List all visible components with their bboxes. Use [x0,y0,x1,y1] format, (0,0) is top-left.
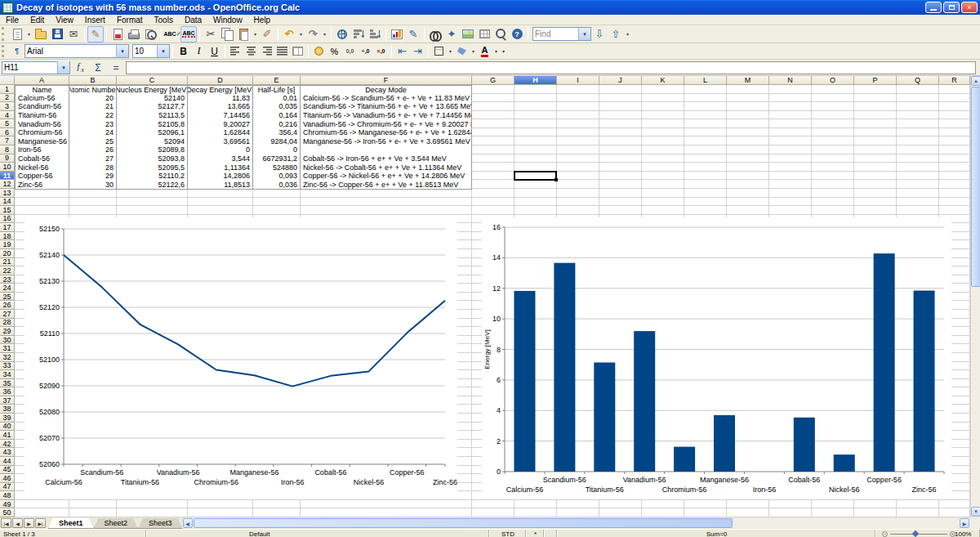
row-header-9[interactable]: 9 [0,154,15,163]
page-preview-button[interactable] [142,26,158,43]
font-name-combobox[interactable]: ▼ [24,44,129,58]
row-header-19[interactable]: 19 [0,240,15,249]
redo-button[interactable]: ↷ [305,26,321,43]
cell-reference-input[interactable] [2,62,57,74]
sheet-tab-sheet2[interactable]: Sheet2 [94,518,139,529]
column-header-M[interactable]: M [727,76,769,85]
borders-dropdown-icon[interactable]: ▾ [447,43,454,60]
zoom-button[interactable] [492,26,509,43]
menu-insert[interactable]: Insert [79,15,111,25]
row-header-42[interactable]: 42 [0,440,15,449]
row-header-44[interactable]: 44 [0,457,15,466]
number-format-standard-button[interactable]: 0,0 [342,44,358,58]
styles-button[interactable]: ¶ [9,44,24,58]
background-color-dropdown-icon[interactable]: ▾ [470,43,477,60]
zoom-out-icon[interactable]: − [882,531,888,537]
find-combobox[interactable]: ▼ [532,27,591,41]
find-next-button[interactable]: ⇩ [591,26,608,43]
bold-button[interactable]: B [176,44,191,58]
row-header-24[interactable]: 24 [0,284,15,293]
column-header-K[interactable]: K [642,76,684,85]
find-previous-button[interactable]: ⇧ [608,26,624,43]
menu-file[interactable]: File [0,15,24,25]
find-and-replace-button[interactable] [427,26,443,43]
column-header-B[interactable]: B [69,76,117,85]
font-size-dropdown-icon[interactable]: ▼ [157,45,169,57]
horizontal-scroll-thumb[interactable] [194,518,733,528]
close-button[interactable]: × [961,2,978,13]
export-pdf-button[interactable] [109,26,126,43]
sum-button[interactable]: Σ [90,61,106,74]
find-input[interactable] [533,28,578,40]
column-header-H[interactable]: H [514,76,557,85]
scroll-down-icon[interactable]: ▼ [971,507,980,517]
row-header-16[interactable]: 16 [0,215,15,224]
row-header-4[interactable]: 4 [0,111,15,120]
row-header-8[interactable]: 8 [0,145,15,154]
merge-cells-button[interactable] [290,44,305,58]
column-header-G[interactable]: G [472,76,514,85]
delete-decimal-place-button[interactable]: ×,0 [373,44,389,58]
column-header-F[interactable]: F [301,76,472,85]
show-draw-functions-button[interactable]: ✎ [405,26,421,43]
row-header-49[interactable]: 49 [0,500,15,509]
name-box[interactable]: ▼ [2,61,70,74]
row-header-48[interactable]: 48 [0,491,15,500]
row-header-34[interactable]: 34 [0,370,15,379]
previous-sheet-button[interactable]: ◀ [12,518,23,528]
hyperlink-button[interactable] [334,26,350,43]
auto-spellcheck-button[interactable]: ABC [180,26,197,43]
underline-button[interactable]: U [207,44,222,58]
add-decimal-place-button[interactable]: +,0 [358,44,373,58]
open-button[interactable] [33,26,49,43]
sort-ascending-button[interactable] [350,26,367,43]
menu-window[interactable]: Window [207,15,248,25]
column-header-R[interactable]: R [939,76,970,85]
align-left-button[interactable] [228,44,243,58]
redo-dropdown-icon[interactable]: ▾ [321,26,328,43]
menu-format[interactable]: Format [111,15,149,25]
column-header-E[interactable]: E [253,76,301,85]
sort-descending-button[interactable] [367,26,383,43]
column-header-Q[interactable]: Q [897,76,939,85]
menu-tools[interactable]: Tools [149,15,179,25]
row-header-46[interactable]: 46 [0,474,15,483]
data-sources-button[interactable] [476,26,492,43]
line-chart-nucleus-energy[interactable]: 5206052070520805209052100521105212052130… [24,217,457,499]
align-justify-button[interactable] [274,44,290,58]
toolbar-grip[interactable] [2,45,7,57]
zoom-slider[interactable] [890,534,947,535]
formula-input-line[interactable] [126,61,976,74]
number-format-currency-button[interactable] [311,44,327,58]
table-cell[interactable]: 11,8513 [188,180,253,190]
row-header-23[interactable]: 23 [0,275,15,284]
column-header-J[interactable]: J [599,76,642,85]
menu-edit[interactable]: Edit [24,15,50,25]
row-header-22[interactable]: 22 [0,266,15,275]
find-dropdown-icon[interactable]: ▼ [578,28,590,40]
page-style[interactable]: Default [147,530,490,537]
restore-button[interactable] [943,2,960,13]
row-header-47[interactable]: 47 [0,483,15,492]
format-paintbrush-button[interactable]: ✐ [259,26,275,43]
cut-button[interactable]: ✂ [203,26,219,43]
row-header-26[interactable]: 26 [0,302,15,311]
scroll-right-icon[interactable]: ▶ [960,518,969,528]
table-cell[interactable]: 30 [69,180,117,190]
toolbar-overflow-icon[interactable]: ▾ [500,43,507,60]
save-button[interactable] [49,26,65,43]
horizontal-scrollbar[interactable]: ◀ ▶ [183,518,980,528]
toolbar-overflow-icon[interactable]: ▾ [624,26,631,43]
row-header-41[interactable]: 41 [0,431,15,440]
row-header-39[interactable]: 39 [0,414,15,423]
next-sheet-button[interactable]: ▶ [24,518,34,528]
toolbar-grip[interactable] [2,27,7,41]
scroll-up-icon[interactable]: ▲ [971,76,980,86]
spellcheck-button[interactable]: ABC✓ [164,26,180,43]
row-header-33[interactable]: 33 [0,362,15,371]
row-header-14[interactable]: 14 [0,198,15,207]
row-header-18[interactable]: 18 [0,232,15,241]
menu-help[interactable]: Help [248,15,277,25]
align-right-button[interactable] [259,44,274,58]
menu-view[interactable]: View [50,15,79,25]
